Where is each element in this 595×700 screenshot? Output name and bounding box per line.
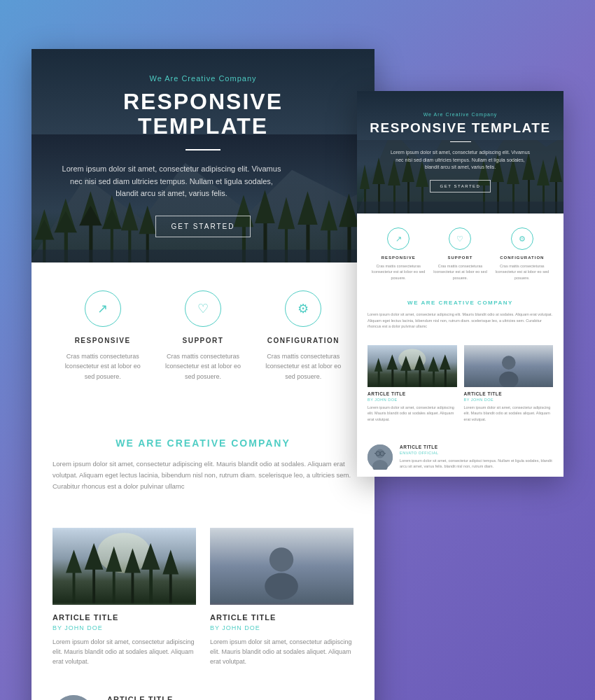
small-articles-row: ARTICLE TITLE BY JOHN DOE Lorem ipsum do… [368,345,553,422]
svg-point-46 [270,547,293,571]
small-profile-title: ARTICLE TITLE [400,444,553,449]
article-2-desc: Lorem ipsum dolor sit amet, consectetur … [210,637,354,667]
svg-point-96 [501,356,515,370]
author-avatar [52,695,94,700]
small-config-desc: Cras mattis consecteturas lconsectetur e… [491,263,553,281]
small-profile-desc: Lorem ipsum dolor sit amet, consectetur … [400,458,553,470]
articles-row: ARTICLE TITLE BY JOHN DOE Lorem ipsum do… [52,528,354,667]
small-article-1-image [368,345,457,387]
svg-rect-80 [357,202,564,214]
small-article-1-title: ARTICLE TITLE [368,391,457,396]
article-2: ARTICLE TITLE BY JOHN DOE Lorem ipsum do… [210,528,354,667]
article-2-image [210,528,354,605]
feature-support: ♡ SUPPORT Cras mattis consecteturas lcon… [153,290,253,382]
small-card: We Are Creative Company RESPONSIVE TEMPL… [357,91,564,477]
small-article-2-image [464,345,554,387]
svg-rect-83 [378,370,380,387]
get-started-button[interactable]: GET STARTED [155,216,251,237]
small-support-title: SUPPORT [429,255,491,260]
small-about-section: WE ARE CREATIVE COMPANY Lorem ipsum dolo… [357,291,564,338]
article-1-author: BY JOHN DOE [52,624,196,631]
small-config-title: CONFIGURATION [491,255,553,260]
svg-rect-39 [132,569,134,603]
small-responsive-desc: Cras mattis consecteturas lconsectetur e… [368,263,429,281]
article-1: ARTICLE TITLE BY JOHN DOE Lorem ipsum do… [52,528,196,667]
small-profile-author: ENVATO OFFICIAL [400,451,553,455]
svg-rect-41 [149,566,153,603]
svg-rect-33 [73,569,76,603]
svg-rect-91 [433,370,435,387]
about-title: WE ARE CREATIVE COMPANY [52,438,354,449]
feature-responsive: ↗ RESPONSIVE Cras mattis consecteturas l… [52,290,153,382]
profile-article-title: ARTICLE TITLE [107,695,354,700]
small-hero-divider [450,141,471,143]
svg-line-103 [374,453,376,454]
main-card: We Are Creative Company RESPONSIVE TEMPL… [31,49,374,700]
small-hero-desc: Lorem ipsum dolor sit amet, consectetur … [391,149,531,172]
small-article-2: ARTICLE TITLE BY JOHN DOE Lorem ipsum do… [464,345,554,422]
features-section: ↗ RESPONSIVE Cras mattis consecteturas l… [31,262,374,424]
small-profile-article: ARTICLE TITLE ENVATO OFFICIAL Lorem ipsu… [357,438,564,477]
articles-section: ARTICLE TITLE BY JOHN DOE Lorem ipsum do… [31,514,374,681]
svg-rect-35 [92,566,95,603]
feature-config-desc: Cras mattis consecteturas lconsectetur e… [260,351,346,382]
svg-rect-93 [444,368,447,386]
svg-line-105 [384,453,386,454]
small-article-1: ARTICLE TITLE BY JOHN DOE Lorem ipsum do… [368,345,457,422]
small-hero-title: RESPONSIVE TEMPLATE [370,121,550,136]
hero-content: We Are Creative Company RESPONSIVE TEMPL… [31,74,374,237]
feature-config: ⚙ CONFIGURATION Cras mattis consectetura… [253,290,354,382]
small-article-2-author: BY JOHN DOE [464,398,554,402]
svg-point-47 [265,573,298,599]
article-1-desc: Lorem ipsum dolor sit amet, consectetur … [52,637,196,667]
hero-subtitle: We Are Creative Company [59,74,346,83]
small-responsive-title: RESPONSIVE [368,255,429,260]
support-icon: ♡ [185,290,221,327]
feature-config-title: CONFIGURATION [260,337,346,344]
about-description: Lorem ipsum dolor sit amet, consectetur … [52,458,354,492]
svg-rect-37 [113,568,115,603]
small-hero-subtitle: We Are Creative Company [424,112,498,117]
small-article-2-title: ARTICLE TITLE [464,391,554,396]
profile-content: ARTICLE TITLE ENVATO OFFICIAL Lorem ipsu… [107,695,354,700]
small-responsive-icon: ↗ [387,227,410,250]
svg-rect-87 [405,369,407,387]
small-support-desc: Cras mattis consecteturas lconsectetur e… [429,263,491,281]
hero-divider [186,149,220,150]
article-1-title: ARTICLE TITLE [52,613,196,622]
small-support-icon: ♡ [449,227,471,250]
article-1-image [52,528,196,605]
small-features-row: ↗ RESPONSIVE Cras mattis consecteturas l… [368,227,553,281]
features-row: ↗ RESPONSIVE Cras mattis consecteturas l… [52,290,354,382]
svg-point-48 [52,695,94,700]
feature-support-title: SUPPORT [160,337,246,344]
feature-responsive-title: RESPONSIVE [59,337,146,344]
small-features-section: ↗ RESPONSIVE Cras mattis consecteturas l… [357,214,564,291]
article-2-title: ARTICLE TITLE [210,613,354,622]
hero-section: We Are Creative Company RESPONSIVE TEMPL… [31,49,374,262]
small-articles-section: ARTICLE TITLE BY JOHN DOE Lorem ipsum do… [357,338,564,438]
small-article-1-author: BY JOHN DOE [368,398,457,402]
small-profile-content: ARTICLE TITLE ENVATO OFFICIAL Lorem ipsu… [400,444,553,470]
small-hero-section: We Are Creative Company RESPONSIVE TEMPL… [357,91,564,214]
profile-article: ARTICLE TITLE ENVATO OFFICIAL Lorem ipsu… [31,681,374,700]
small-feature-responsive: ↗ RESPONSIVE Cras mattis consecteturas l… [368,227,429,281]
scene: We Are Creative Company RESPONSIVE TEMPL… [31,28,564,672]
small-about-desc: Lorem ipsum dolor sit amet, consectetur … [368,312,553,330]
responsive-icon: ↗ [85,290,121,327]
small-article-2-desc: Lorem ipsum dolor sit amet, consectetur … [464,405,554,422]
small-get-started-button[interactable]: GET STARTED [430,180,491,192]
feature-responsive-desc: Cras mattis consecteturas lconsectetur e… [59,351,146,382]
small-article-1-desc: Lorem ipsum dolor sit amet, consectetur … [368,405,457,422]
svg-rect-89 [419,368,421,386]
svg-rect-43 [169,570,172,603]
small-config-icon: ⚙ [511,227,533,250]
config-icon: ⚙ [285,290,321,327]
small-author-avatar [368,444,393,470]
small-feature-config: ⚙ CONFIGURATION Cras mattis consectetura… [491,227,553,281]
hero-description: Lorem ipsum dolor sit amet, consectetur … [59,163,284,200]
small-feature-support: ♡ SUPPORT Cras mattis consecteturas lcon… [429,227,491,281]
feature-support-desc: Cras mattis consecteturas lconsectetur e… [160,351,246,382]
hero-title: RESPONSIVE TEMPLATE [59,90,346,139]
about-section: WE ARE CREATIVE COMPANY Lorem ipsum dolo… [31,424,374,513]
